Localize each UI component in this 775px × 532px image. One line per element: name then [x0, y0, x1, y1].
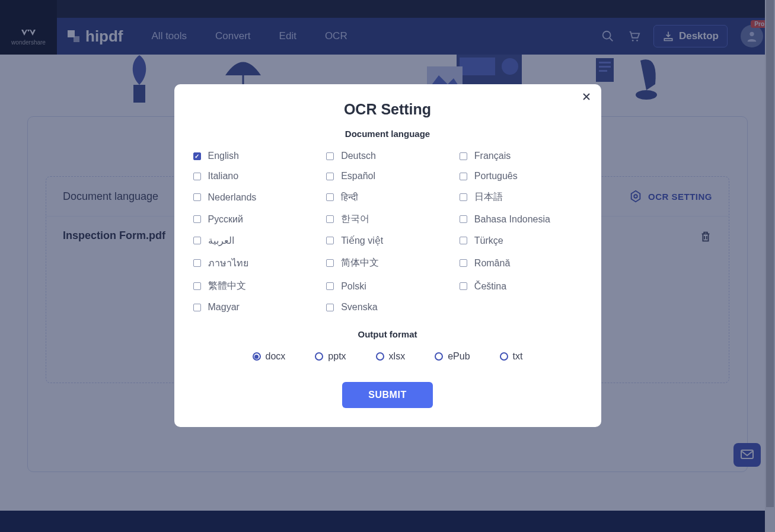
checkbox[interactable] — [193, 237, 201, 244]
checkbox[interactable] — [326, 152, 334, 160]
radio[interactable] — [315, 352, 323, 361]
language-label: Español — [341, 171, 375, 181]
checkbox[interactable] — [193, 282, 201, 290]
format-label: pptx — [328, 351, 346, 362]
checkbox[interactable] — [460, 152, 467, 160]
format-option[interactable]: txt — [500, 351, 523, 362]
checkbox[interactable] — [460, 237, 467, 244]
checkbox[interactable] — [460, 282, 467, 290]
checkbox[interactable] — [193, 304, 201, 311]
language-option[interactable]: Tiếng việt — [326, 235, 449, 246]
language-option[interactable]: Français — [460, 151, 582, 161]
checkbox[interactable] — [326, 259, 334, 267]
language-label: हिन्दी — [341, 192, 358, 203]
format-label: ePub — [448, 351, 470, 362]
doc-lang-title: Document language — [189, 129, 587, 139]
close-icon — [582, 93, 591, 101]
language-label: العربية — [208, 235, 234, 246]
language-label: Čeština — [474, 281, 506, 292]
language-label: Tiếng việt — [341, 235, 383, 246]
language-label: Polski — [341, 281, 366, 292]
close-button[interactable] — [582, 93, 591, 101]
checkbox[interactable] — [326, 215, 334, 223]
radio[interactable] — [435, 352, 443, 361]
language-label: Русский — [208, 214, 243, 225]
language-label: Deutsch — [341, 151, 376, 161]
checkbox[interactable] — [193, 193, 201, 201]
checkbox[interactable] — [460, 215, 467, 223]
language-option[interactable]: العربية — [193, 235, 316, 246]
checkbox[interactable] — [460, 193, 467, 201]
modal-title: OCR Setting — [189, 101, 587, 118]
checkbox[interactable] — [326, 237, 334, 244]
checkbox[interactable] — [460, 173, 467, 180]
language-option[interactable]: Italiano — [193, 171, 316, 181]
language-label: Svenska — [341, 302, 377, 313]
radio[interactable] — [376, 352, 384, 361]
submit-button[interactable]: SUBMIT — [342, 382, 432, 408]
language-label: ภาษาไทย — [208, 256, 248, 270]
language-option[interactable]: Português — [460, 171, 582, 181]
checkbox[interactable] — [193, 173, 201, 180]
language-label: Português — [474, 171, 518, 181]
language-label: Français — [474, 151, 511, 161]
radio[interactable] — [253, 352, 261, 361]
format-option[interactable]: ePub — [435, 351, 470, 362]
checkbox[interactable] — [460, 259, 467, 267]
language-label: Nederlands — [208, 192, 257, 203]
format-label: xlsx — [389, 351, 406, 362]
checkbox[interactable] — [326, 304, 334, 311]
checkbox[interactable] — [193, 152, 201, 160]
language-label: English — [208, 151, 239, 161]
checkbox[interactable] — [326, 173, 334, 180]
language-label: 日本語 — [474, 191, 503, 203]
format-option[interactable]: docx — [253, 351, 286, 362]
language-label: 简体中文 — [341, 257, 379, 269]
checkbox[interactable] — [193, 259, 201, 267]
language-label: Türkçe — [474, 235, 503, 246]
language-option[interactable]: 日本語 — [460, 191, 582, 203]
format-label: docx — [266, 351, 286, 362]
language-option[interactable]: Magyar — [193, 302, 316, 313]
language-option[interactable]: Bahasa Indonesia — [460, 213, 582, 225]
language-option[interactable]: Svenska — [326, 302, 449, 313]
language-label: Magyar — [208, 302, 240, 313]
language-option[interactable]: 繁體中文 — [193, 280, 316, 292]
radio[interactable] — [500, 352, 508, 361]
language-option[interactable]: हिन्दी — [326, 191, 449, 203]
language-option[interactable]: Deutsch — [326, 151, 449, 161]
language-option[interactable]: Español — [326, 171, 449, 181]
checkbox[interactable] — [326, 193, 334, 201]
output-format-title: Output format — [189, 329, 587, 339]
language-grid: EnglishDeutschFrançaisItalianoEspañolPor… — [189, 151, 587, 313]
language-option[interactable]: English — [193, 151, 316, 161]
checkbox[interactable] — [193, 215, 201, 223]
language-label: Bahasa Indonesia — [474, 214, 550, 225]
language-option[interactable]: 简体中文 — [326, 256, 449, 270]
output-format-row: docxpptxxlsxePubtxt — [189, 351, 587, 362]
format-label: txt — [513, 351, 523, 362]
format-option[interactable]: pptx — [315, 351, 346, 362]
language-option[interactable]: ภาษาไทย — [193, 256, 316, 270]
language-option[interactable]: Polski — [326, 280, 449, 292]
ocr-setting-modal: OCR Setting Document language EnglishDeu… — [174, 84, 601, 427]
language-option[interactable]: Türkçe — [460, 235, 582, 246]
language-option[interactable]: Čeština — [460, 280, 582, 292]
language-label: 繁體中文 — [208, 280, 246, 292]
language-label: Italiano — [208, 171, 239, 181]
language-option[interactable]: 한국어 — [326, 213, 449, 225]
language-label: 한국어 — [341, 213, 369, 225]
checkbox[interactable] — [326, 282, 334, 290]
format-option[interactable]: xlsx — [376, 351, 406, 362]
language-option[interactable]: Nederlands — [193, 191, 316, 203]
language-option[interactable]: Русский — [193, 213, 316, 225]
language-option[interactable]: Română — [460, 256, 582, 270]
language-label: Română — [474, 258, 510, 269]
